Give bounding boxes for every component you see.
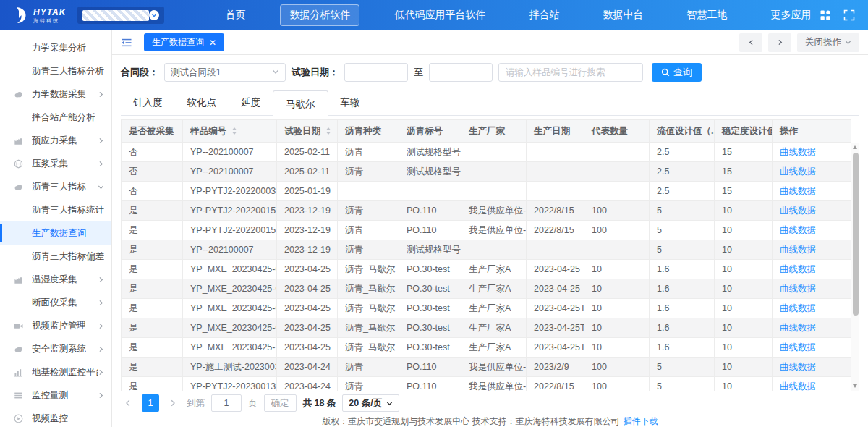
- scroll-up-arrow[interactable]: [853, 145, 857, 149]
- curve-data-link[interactable]: 曲线数据: [780, 147, 816, 157]
- cell: YP-PYTJ2-202200030: [183, 182, 277, 201]
- table-scrollbar[interactable]: [851, 143, 859, 391]
- curve-data-link[interactable]: 曲线数据: [780, 225, 816, 235]
- apps-grid-icon[interactable]: [820, 9, 831, 21]
- topnav-item[interactable]: 智慧工地: [678, 5, 736, 25]
- cell: PO.110: [399, 221, 461, 240]
- curve-data-link[interactable]: 曲线数据: [780, 166, 816, 177]
- curve-data-link[interactable]: 曲线数据: [780, 381, 816, 392]
- sidebar-menu: 力学采集分析沥青三大指标分析力学数据采集拌合站产能分析预应力采集压浆采集沥青三大…: [0, 30, 112, 427]
- sidebar-item[interactable]: 沥青三大指标分析: [0, 59, 111, 83]
- contract-select[interactable]: 测试合同段1: [164, 63, 286, 82]
- sample-search-input[interactable]: 请输入样品编号进行搜索: [498, 63, 643, 82]
- sidebar-item-label: 力学数据采集: [32, 88, 86, 101]
- sidebar-item[interactable]: 沥青三大指标统计: [0, 198, 111, 221]
- tab-production-data-query[interactable]: 生产数据查询 ✕: [144, 33, 224, 51]
- cell: 100: [584, 201, 650, 221]
- logo-icon: [12, 6, 29, 25]
- sidebar-item[interactable]: 压浆采集: [0, 152, 111, 175]
- subtab[interactable]: 延度: [229, 90, 273, 115]
- subtab[interactable]: 软化点: [175, 90, 229, 115]
- plugin-download-link[interactable]: 插件下载: [624, 415, 658, 427]
- close-icon[interactable]: ✕: [209, 38, 216, 48]
- curve-data-link[interactable]: 曲线数据: [780, 186, 816, 196]
- cell: 是: [122, 299, 183, 318]
- tab-prev-button[interactable]: [739, 33, 762, 52]
- sidebar-item[interactable]: 力学采集分析: [0, 36, 111, 59]
- next-page-button[interactable]: [166, 399, 180, 407]
- test-date-label: 试验日期：: [292, 66, 339, 79]
- page-unit-label: 页: [248, 397, 258, 410]
- subtab[interactable]: 针入度: [121, 90, 175, 115]
- curve-data-link[interactable]: 曲线数据: [780, 245, 816, 255]
- subtab[interactable]: 车辙: [328, 90, 373, 115]
- date-end-input[interactable]: [429, 63, 493, 82]
- page-size-select[interactable]: 20 条/页: [342, 394, 399, 412]
- contract-label: 合同段：: [121, 66, 158, 79]
- cell: 10: [584, 318, 650, 338]
- topnav-item[interactable]: 首页: [216, 5, 254, 25]
- test-type-tabs: 针入度软化点延度马歇尔车辙: [121, 90, 859, 116]
- cell: 2023-04-25: [527, 279, 584, 299]
- sidebar-item[interactable]: 地基检测监控平台: [0, 360, 111, 384]
- close-operations-dropdown[interactable]: 关闭操作: [797, 33, 859, 52]
- cell: PO.30-test: [399, 299, 461, 318]
- globe-icon: [13, 158, 32, 169]
- topnav-item[interactable]: 拌合站: [520, 5, 568, 25]
- curve-data-link[interactable]: 曲线数据: [780, 206, 816, 216]
- cell: 测试规格型号: [399, 143, 461, 162]
- cell: [461, 182, 527, 201]
- topnav-item[interactable]: 数据分析软件: [280, 4, 359, 26]
- subtab[interactable]: 马歇尔: [273, 90, 328, 116]
- fullscreen-icon[interactable]: [843, 9, 855, 21]
- sidebar-item[interactable]: 拌合站产能分析: [0, 106, 111, 129]
- confirm-button[interactable]: 确定: [264, 394, 297, 412]
- scroll-down-arrow[interactable]: [853, 384, 857, 388]
- project-select[interactable]: [77, 7, 164, 24]
- sidebar-item[interactable]: 预应力采集: [0, 129, 111, 152]
- curve-data-link[interactable]: 曲线数据: [780, 264, 816, 274]
- search-button[interactable]: 查询: [652, 63, 702, 82]
- tab-strip: 生产数据查询 ✕ 关闭操作: [112, 30, 868, 55]
- cell: 15: [715, 182, 773, 201]
- date-start-input[interactable]: [344, 63, 408, 82]
- cell: PO.30-test: [399, 279, 461, 299]
- sidebar-item-label: 视频监控管理: [32, 320, 86, 332]
- sidebar-item[interactable]: 断面仪采集: [0, 291, 111, 314]
- tab-next-button[interactable]: [768, 33, 791, 52]
- sidebar-item[interactable]: 视频监控: [0, 407, 111, 427]
- play-icon: [13, 413, 32, 424]
- sidebar-item[interactable]: 视频监控管理: [0, 314, 111, 337]
- topnav-item[interactable]: 数据中台: [594, 5, 652, 25]
- sidebar-item[interactable]: 力学数据采集: [0, 83, 111, 106]
- curve-data-link[interactable]: 曲线数据: [780, 303, 816, 313]
- cell: 5: [650, 240, 715, 260]
- scrollbar-thumb[interactable]: [853, 153, 859, 316]
- goto-page-input[interactable]: 1: [211, 394, 242, 412]
- column-header[interactable]: 样品编号: [183, 120, 277, 143]
- curve-data-link[interactable]: 曲线数据: [780, 323, 816, 333]
- sidebar-item[interactable]: 沥青三大指标: [0, 175, 111, 198]
- curve-data-link[interactable]: 曲线数据: [780, 284, 816, 294]
- chevron-right-icon: [98, 392, 104, 399]
- sidebar-item[interactable]: 沥青三大指标偏差分析: [0, 245, 111, 268]
- chevron-right-icon: [98, 323, 104, 329]
- cell: [461, 162, 527, 182]
- topnav-item[interactable]: 低代码应用平台软件: [386, 5, 494, 25]
- sidebar-fold-icon[interactable]: [121, 37, 132, 48]
- sidebar-item[interactable]: 安全监测系统: [0, 337, 111, 360]
- cell: 2023-04-25T1...: [527, 318, 584, 338]
- sidebar-item-label: 安全监测系统: [32, 343, 86, 355]
- sidebar-item[interactable]: 温湿度采集: [0, 268, 111, 291]
- topnav-item[interactable]: 更多应用: [762, 5, 820, 25]
- prev-page-button[interactable]: [121, 399, 135, 407]
- curve-data-link[interactable]: 曲线数据: [780, 362, 816, 372]
- sidebar-item[interactable]: 生产数据查询: [0, 221, 111, 245]
- curve-data-link[interactable]: 曲线数据: [780, 342, 816, 352]
- column-header[interactable]: 试验日期: [277, 120, 338, 143]
- page-number-button[interactable]: 1: [142, 394, 159, 412]
- cell: 我是供应单位-...: [461, 221, 527, 240]
- column-header: 代表数量: [584, 120, 650, 143]
- cell: 否: [122, 162, 183, 182]
- sidebar-item[interactable]: 监控量测: [0, 384, 111, 407]
